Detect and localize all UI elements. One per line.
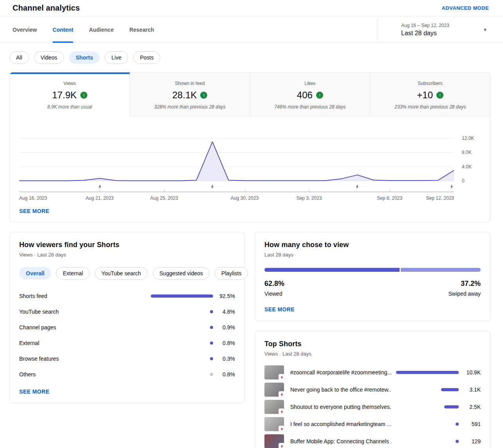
value-dot xyxy=(210,357,213,360)
find-chip-external[interactable]: External xyxy=(56,267,89,280)
metric-note: 8.9K more than usual xyxy=(10,104,130,110)
metric-value: 406↑ xyxy=(250,90,370,101)
shorts-upload-marker[interactable] xyxy=(449,184,454,189)
up-arrow-icon: ↑ xyxy=(80,92,87,99)
top-shorts-rows: #zoomcall #corporatelife #zoommeeting...… xyxy=(264,365,481,448)
find-panel-title: How viewers find your Shorts xyxy=(19,241,235,249)
chart-see-more-link[interactable]: SEE MORE xyxy=(19,208,49,214)
filter-chip-live[interactable]: Live xyxy=(105,51,128,64)
x-axis-tick xyxy=(100,190,100,191)
swiped-legend: 37.2% Swiped away xyxy=(449,280,481,297)
tab-audience[interactable]: Audience xyxy=(89,16,114,43)
viewed-label: Viewed xyxy=(264,291,284,297)
value-bar-zone xyxy=(391,440,459,443)
metric-tab-shown-in-feed[interactable]: Shown in feed28.1K↑328% more than previo… xyxy=(130,72,250,116)
traffic-source-label: YouTube search xyxy=(19,309,146,315)
analytics-tabbar: OverviewContentAudienceResearch Aug 16 –… xyxy=(0,16,503,43)
shorts-upload-marker[interactable] xyxy=(97,184,102,189)
value-dot xyxy=(456,423,459,426)
find-see-more-link[interactable]: SEE MORE xyxy=(19,388,49,395)
shorts-badge-icon xyxy=(279,426,285,432)
filter-chip-all[interactable]: All xyxy=(9,51,29,64)
swiped-label: Swiped away xyxy=(449,291,481,297)
metric-tab-likes[interactable]: Likes406↑746% more than previous 28 days xyxy=(250,72,370,116)
split-legend: 62.8% Viewed 37.2% Swiped away xyxy=(264,280,481,297)
metric-note: 328% more than previous 28 days xyxy=(130,104,250,110)
shorts-upload-marker[interactable] xyxy=(355,184,360,189)
x-axis-label: Aug 16, 2023 xyxy=(19,195,47,201)
x-axis-tick xyxy=(164,190,165,191)
video-title[interactable]: Shoutout to everyone putting themselves.… xyxy=(284,404,391,410)
metric-tab-subscribers[interactable]: Subscribers+10↑233% more than previous 2… xyxy=(370,72,490,116)
video-thumbnail[interactable] xyxy=(264,365,284,379)
value-bar-zone xyxy=(146,357,213,360)
top-short-row[interactable]: Shoutout to everyone putting themselves.… xyxy=(264,399,481,415)
value-bar xyxy=(444,405,459,408)
video-title[interactable]: Never going back to the office #remotew.… xyxy=(284,387,391,393)
filter-chip-shorts[interactable]: Shorts xyxy=(69,51,100,64)
video-title[interactable]: #zoomcall #corporatelife #zoommeeting... xyxy=(284,369,391,376)
metric-label: Subscribers xyxy=(370,81,490,86)
top-short-row[interactable]: I feel so accomplished #marketingteam ..… xyxy=(264,416,481,432)
choose-panel-subtitle: Last 28 days xyxy=(264,252,481,258)
choose-panel-title: How many chose to view xyxy=(264,241,481,249)
value-bar-zone xyxy=(146,373,213,376)
video-thumbnail[interactable] xyxy=(264,400,284,414)
x-axis-label: Aug 30, 2023 xyxy=(231,195,259,201)
traffic-source-row: YouTube search4.8% xyxy=(19,304,235,320)
traffic-source-row: Others0.8% xyxy=(19,367,235,382)
video-title[interactable]: I feel so accomplished #marketingteam ..… xyxy=(284,421,391,427)
traffic-source-percent: 92.5% xyxy=(213,293,235,299)
viewed-bar-segment xyxy=(264,268,400,272)
x-axis-tick xyxy=(309,190,309,191)
find-chip-overall[interactable]: Overall xyxy=(19,267,51,280)
views-line-chart xyxy=(19,126,454,185)
filter-chip-posts[interactable]: Posts xyxy=(133,51,160,64)
value-dot xyxy=(210,310,213,313)
traffic-source-label: Channel pages xyxy=(19,324,146,331)
tab-overview[interactable]: Overview xyxy=(13,16,37,43)
tab-content[interactable]: Content xyxy=(52,16,73,43)
value-bar-zone xyxy=(391,405,459,408)
overview-chart-card: Views17.9K↑8.9K more than usualShown in … xyxy=(9,72,490,222)
find-chip-youtube-search[interactable]: YouTube search xyxy=(95,267,148,280)
top-short-row[interactable]: #zoomcall #corporatelife #zoommeeting...… xyxy=(264,365,481,380)
top-short-row[interactable]: Buffer Mobile App: Connecting Channels .… xyxy=(264,434,481,448)
video-title[interactable]: Buffer Mobile App: Connecting Channels .… xyxy=(284,438,391,444)
metric-value: 28.1K↑ xyxy=(130,90,250,101)
up-arrow-icon: ↑ xyxy=(436,92,443,99)
choose-see-more-link[interactable]: SEE MORE xyxy=(264,306,295,313)
video-thumbnail[interactable] xyxy=(264,434,284,448)
x-axis-tick xyxy=(390,190,390,191)
video-thumbnail[interactable] xyxy=(264,417,284,431)
metric-value: +10↑ xyxy=(370,90,490,101)
traffic-source-label: Shorts feed xyxy=(19,293,146,299)
find-panel-subtitle: Views · Last 28 days xyxy=(19,252,235,258)
x-axis-label: Aug 25, 2023 xyxy=(150,195,178,201)
swiped-percent: 37.2% xyxy=(461,280,481,288)
date-range-picker[interactable]: Aug 16 – Sep 12, 2023 Last 28 days ▼ xyxy=(377,16,503,43)
video-thumbnail[interactable] xyxy=(264,383,284,397)
find-rows: Shorts feed92.5%YouTube search4.8%Channe… xyxy=(19,288,235,382)
up-arrow-icon: ↑ xyxy=(316,92,323,99)
shorts-upload-marker[interactable] xyxy=(210,184,215,189)
value-bar-zone xyxy=(146,326,213,329)
traffic-source-percent: 0.9% xyxy=(213,324,235,331)
top-short-row[interactable]: Never going back to the office #remotew.… xyxy=(264,382,481,397)
viewed-legend: 62.8% Viewed xyxy=(264,280,284,297)
metric-tab-views[interactable]: Views17.9K↑8.9K more than usual xyxy=(10,72,130,116)
metric-value-number: 28.1K xyxy=(172,90,197,101)
filter-chip-videos[interactable]: Videos xyxy=(34,51,64,64)
find-chip-playlists[interactable]: Playlists xyxy=(215,267,248,280)
advanced-mode-link[interactable]: ADVANCED MODE xyxy=(441,5,489,11)
tab-research[interactable]: Research xyxy=(129,16,154,43)
traffic-source-percent: 0.8% xyxy=(213,340,235,346)
metric-label: Views xyxy=(10,81,130,86)
metric-value: 17.9K↑ xyxy=(10,90,130,101)
top-shorts-panel: Top Shorts Views · Last 28 days #zoomcal… xyxy=(255,331,490,448)
metric-label: Likes xyxy=(250,81,370,86)
value-bar-zone xyxy=(146,294,213,298)
find-chip-suggested-videos[interactable]: Suggested videos xyxy=(153,267,210,280)
video-views: 2.5K xyxy=(459,404,481,410)
caret-down-icon: ▼ xyxy=(483,27,487,32)
